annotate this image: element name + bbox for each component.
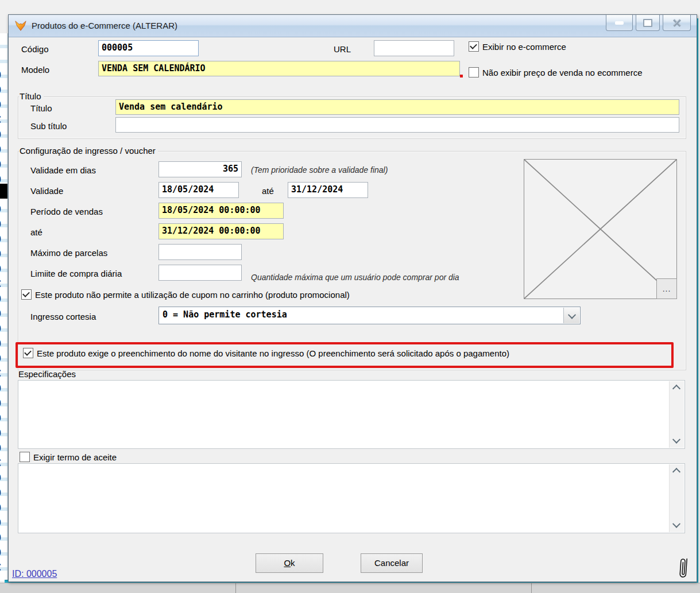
required-field-marker xyxy=(460,75,463,77)
validade-dias-input[interactable]: 365 xyxy=(158,161,242,177)
checkbox-checked-icon[interactable] xyxy=(21,289,32,300)
max-parcelas-input[interactable] xyxy=(158,244,242,260)
termo-aceite-textarea[interactable] xyxy=(18,463,685,533)
scroll-down-button[interactable] xyxy=(674,437,679,443)
especificacoes-label: Especificações xyxy=(18,369,78,379)
chevron-down-icon xyxy=(672,436,680,444)
scroll-down-button[interactable] xyxy=(674,522,679,528)
limite-compra-note: Quantidade máxima que um usuário pode co… xyxy=(251,273,459,282)
paperclip-icon[interactable] xyxy=(677,555,689,581)
grid-column-divider xyxy=(235,583,236,593)
scrollbar[interactable] xyxy=(669,381,684,448)
window-title: Produtos do e-Commerce (ALTERAR) xyxy=(32,21,177,30)
chevron-up-icon xyxy=(672,468,680,476)
ok-button[interactable]: Ok xyxy=(256,553,323,573)
periodo-ate-input[interactable]: 31/12/2024 00:00:00 xyxy=(158,223,284,239)
grid-column-divider xyxy=(531,583,532,593)
nao-exibir-preco-checkbox[interactable]: Não exibir preço de venda no ecommerce xyxy=(469,67,642,77)
minimize-icon xyxy=(615,21,624,25)
config-group-legend: Configuração de ingresso / voucher xyxy=(19,146,158,156)
validade-dias-label: Validade em dias xyxy=(30,165,96,175)
validade-ate-label: até xyxy=(262,186,274,196)
title-bar[interactable]: Produtos do e-Commerce (ALTERAR) xyxy=(9,15,697,37)
chevron-down-icon xyxy=(672,520,680,528)
scroll-up-button[interactable] xyxy=(674,469,679,475)
ingresso-cortesia-select[interactable]: 0 = Não permite cortesia xyxy=(158,307,581,324)
produtos-ecommerce-dialog: Produtos do e-Commerce (ALTERAR) Código … xyxy=(8,14,697,582)
termo-aceite-label: Exigir termo de aceite xyxy=(33,452,117,462)
validade-de-input[interactable]: 18/05/2024 xyxy=(158,182,239,198)
background-selected-row xyxy=(0,184,7,199)
checkbox-checked-icon[interactable] xyxy=(23,348,33,358)
periodo-ate-label: até xyxy=(30,227,42,237)
url-input[interactable] xyxy=(374,40,454,56)
especificacoes-textarea[interactable] xyxy=(18,380,685,449)
exibir-ecommerce-checkbox[interactable]: Exibir no e-commerce xyxy=(469,41,566,52)
validade-ate-input[interactable]: 31/12/2024 xyxy=(288,182,368,198)
validade-dias-note: (Tem prioridade sobre a validade final) xyxy=(251,165,388,175)
chevron-up-icon xyxy=(672,385,680,393)
titulo-group-legend: Título xyxy=(19,91,44,101)
empty-image-x-icon xyxy=(524,160,676,299)
scroll-up-button[interactable] xyxy=(674,386,679,392)
close-icon xyxy=(672,19,682,27)
codigo-input[interactable]: 000005 xyxy=(98,40,199,56)
checkbox-checked-icon[interactable] xyxy=(469,41,479,52)
nome-visitante-label: Este produto exige o preenchimento do no… xyxy=(37,348,509,358)
subtitulo-input[interactable] xyxy=(115,117,679,133)
close-button[interactable] xyxy=(663,15,691,31)
app-fox-icon xyxy=(14,20,27,32)
dropdown-button[interactable] xyxy=(563,308,579,323)
image-browse-button[interactable]: ... xyxy=(656,278,677,299)
titulo-input[interactable]: Venda sem calendário xyxy=(115,99,679,115)
titulo-label: Título xyxy=(30,103,52,113)
cancel-button[interactable]: Cancelar xyxy=(361,553,423,573)
limite-compra-label: Limiite de compra diária xyxy=(30,269,122,278)
nome-visitante-checkbox[interactable]: Este produto exige o preenchimento do no… xyxy=(23,348,509,358)
modelo-label: Modelo xyxy=(21,65,49,75)
background-grid-bottom xyxy=(0,583,700,593)
maximize-button[interactable] xyxy=(636,15,660,31)
modelo-input[interactable]: VENDA SEM CALENDÁRIO xyxy=(98,61,460,76)
max-parcelas-label: Máximo de parcelas xyxy=(30,248,107,258)
chevron-down-icon xyxy=(567,311,575,319)
background-grid-fragment: 0 0 9 C 0 9 0 0 C 9 0 0 9 0 C 0 9 0 0 9 … xyxy=(0,68,1,575)
ingresso-cortesia-label: Ingresso cortesia xyxy=(30,312,96,321)
cupom-checkbox-label: Este produto não permite a utilização de… xyxy=(35,290,350,300)
background-window-left-sliver: 0 0 9 C 0 9 0 0 C 9 0 0 9 0 C 0 9 0 0 9 … xyxy=(0,33,8,581)
scrollbar[interactable] xyxy=(669,464,684,532)
url-label: URL xyxy=(334,44,351,54)
ingresso-cortesia-value: 0 = Não permite cortesia xyxy=(163,309,287,320)
checkbox-unchecked-icon[interactable] xyxy=(469,67,479,77)
validade-label: Validade xyxy=(30,186,63,196)
exibir-ecommerce-label: Exibir no e-commerce xyxy=(482,42,566,52)
minimize-button[interactable] xyxy=(606,15,633,31)
subtitulo-label: Sub título xyxy=(30,121,67,131)
termo-aceite-checkbox[interactable]: Exigir termo de aceite xyxy=(20,452,117,462)
product-image-placeholder: ... xyxy=(524,159,677,299)
id-link[interactable]: ID: 000005 xyxy=(12,569,57,579)
limite-compra-input[interactable] xyxy=(158,265,242,281)
nao-exibir-preco-label: Não exibir preço de venda no ecommerce xyxy=(482,68,642,77)
cupom-checkbox[interactable]: Este produto não permite a utilização de… xyxy=(21,289,350,300)
periodo-vendas-label: Período de vendas xyxy=(30,207,103,216)
highlight-red-border: Este produto exige o preenchimento do no… xyxy=(16,342,674,368)
checkbox-unchecked-icon[interactable] xyxy=(20,452,30,462)
periodo-vendas-input[interactable]: 18/05/2024 00:00:00 xyxy=(158,203,284,219)
codigo-label: Código xyxy=(21,44,49,54)
maximize-icon xyxy=(643,19,652,27)
